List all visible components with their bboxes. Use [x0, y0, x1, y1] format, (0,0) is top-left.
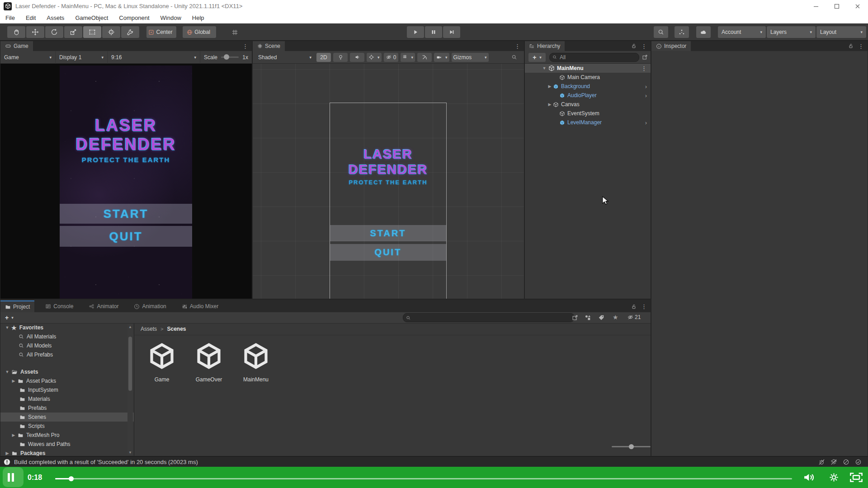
scene-quit-button[interactable]: QUIT [330, 244, 446, 261]
scrollbar-thumb[interactable] [128, 337, 132, 391]
scene-grid-dropdown[interactable]: ▾ [401, 53, 415, 62]
maximize-button[interactable] [826, 0, 847, 12]
scale-slider-thumb[interactable] [224, 54, 229, 60]
expander-closed-icon[interactable]: ▶ [10, 379, 17, 383]
prefab-chevron-icon[interactable]: › [645, 119, 647, 126]
folder-asset-packs[interactable]: ▶ Asset Packs [0, 376, 134, 385]
scene-search-button[interactable] [507, 53, 521, 62]
scene-lighting-button[interactable] [333, 53, 348, 62]
expander-open-icon[interactable]: ▼ [4, 370, 10, 374]
player-pause-button[interactable] [8, 473, 14, 482]
minimize-button[interactable] [806, 0, 826, 12]
scene-audio-button[interactable] [350, 53, 364, 62]
hierarchy-row-audioplayer[interactable]: AudioPlayer › [525, 91, 651, 100]
hierarchy-row-main-camera[interactable]: Main Camera [525, 73, 651, 82]
hierarchy-row-levelmanager[interactable]: LevelManager › [525, 118, 651, 127]
prefab-chevron-icon[interactable]: › [645, 92, 647, 99]
menu-gameobject[interactable]: GameObject [70, 12, 113, 23]
prefab-chevron-icon[interactable]: › [645, 83, 647, 90]
hierarchy-row-mainmenu[interactable]: ▼ MainMenu ⋮ [525, 64, 651, 73]
status-message[interactable]: Build completed with a result of 'Succee… [14, 459, 198, 465]
rotate-tool-button[interactable] [45, 26, 63, 38]
scale-tool-button[interactable] [64, 26, 82, 38]
player-progress-handle[interactable] [69, 476, 74, 481]
asset-scene-gameover[interactable]: GameOver [185, 341, 232, 383]
scroll-up-icon[interactable]: ▲ [127, 324, 133, 329]
move-tool-button[interactable] [26, 26, 44, 38]
assets-root[interactable]: ▼ Assets [0, 367, 134, 376]
row-kebab-icon[interactable]: ⋮ [641, 66, 647, 71]
custom-tool-button[interactable] [121, 26, 139, 38]
tab-animator[interactable]: Animator [84, 300, 123, 312]
volume-icon[interactable] [803, 473, 815, 482]
expander-open-icon[interactable]: ▼ [541, 66, 547, 70]
gizmos-dropdown[interactable]: Gizmos ▾ [452, 53, 489, 62]
scene-view[interactable]: LASER DEFENDER PROTECT THE EARTH START Q… [253, 64, 524, 299]
expander-closed-icon[interactable]: ▶ [10, 433, 17, 437]
scene-camera-dropdown[interactable]: ▾ [434, 53, 449, 62]
tab-animation[interactable]: Animation [129, 300, 170, 312]
shading-dropdown[interactable]: Shaded ▾ [255, 51, 315, 64]
pause-button[interactable] [425, 26, 442, 38]
close-button[interactable] [847, 0, 868, 12]
scene-subtitle[interactable]: PROTECT THE EARTH [330, 179, 446, 186]
start-button[interactable]: START [60, 204, 192, 224]
favorite-all-models[interactable]: All Models [0, 341, 134, 350]
scene-start-button[interactable]: START [330, 225, 446, 241]
zoom-slider-thumb[interactable] [629, 444, 634, 449]
tab-scene[interactable]: Scene [253, 41, 285, 51]
filter-by-label-icon[interactable] [598, 314, 604, 321]
sidebar-scrollbar[interactable]: ▲ ▼ [127, 324, 133, 455]
search-button[interactable] [654, 26, 668, 38]
favorite-all-materials[interactable]: All Materials [0, 332, 134, 341]
project-add-button[interactable]: + ▾ [0, 314, 18, 321]
tab-project[interactable]: Project [0, 300, 34, 312]
play-button[interactable] [407, 26, 424, 38]
lock-icon[interactable] [631, 304, 637, 310]
scene-title-line2[interactable]: DEFENDER [330, 162, 446, 177]
pivot-center-button[interactable]: Center [146, 26, 176, 38]
project-menu-kebab-icon[interactable]: ⋮ [641, 304, 647, 310]
asset-scene-mainmenu[interactable]: MainMenu [232, 341, 279, 383]
transform-tool-button[interactable] [102, 26, 120, 38]
hidden-objects-button[interactable]: 0 [384, 53, 398, 62]
project-search-input[interactable] [412, 314, 571, 321]
menu-edit[interactable]: Edit [20, 12, 41, 23]
scene-title-line1[interactable]: LASER [330, 146, 446, 162]
folder-inputsystem[interactable]: InputSystem [0, 385, 134, 394]
layers-dropdown[interactable]: Layers ▾ [767, 26, 816, 38]
step-button[interactable] [443, 26, 460, 38]
folder-textmesh-pro[interactable]: ▶ TextMesh Pro [0, 431, 134, 440]
game-menu-kebab-icon[interactable]: ⋮ [242, 43, 248, 49]
folder-scenes[interactable]: Scenes [0, 413, 134, 422]
scene-menu-kebab-icon[interactable]: ⋮ [514, 43, 520, 49]
cloud-collab-button[interactable] [696, 26, 711, 38]
progress-activity-button[interactable] [675, 26, 689, 38]
game-mode-dropdown[interactable]: Game ▾ [0, 51, 56, 64]
menu-assets[interactable]: Assets [41, 12, 70, 23]
packages-root[interactable]: ▶ Packages [0, 449, 134, 456]
hierarchy-search-input[interactable] [559, 54, 636, 61]
account-dropdown[interactable]: Account ▾ [718, 26, 766, 38]
expander-closed-icon[interactable]: ▶ [547, 84, 553, 89]
tab-hierarchy[interactable]: Hierarchy [525, 41, 565, 51]
inspector-menu-kebab-icon[interactable]: ⋮ [858, 43, 864, 49]
hierarchy-searchbox[interactable] [549, 53, 639, 62]
scene-tools-button[interactable] [417, 53, 432, 62]
open-in-window-icon[interactable] [642, 54, 648, 60]
thumbnail-zoom-slider[interactable] [612, 446, 651, 447]
aspect-dropdown[interactable]: 9:16 ▾ [108, 51, 200, 64]
scale-slider[interactable] [221, 56, 239, 58]
asset-scene-game[interactable]: Game [138, 341, 185, 383]
settings-gear-icon[interactable] [829, 473, 839, 482]
scene-effects-dropdown[interactable]: ▾ [367, 53, 382, 62]
hierarchy-row-background[interactable]: ▶ Background › [525, 82, 651, 91]
lock-icon[interactable] [848, 43, 854, 49]
pivot-global-button[interactable]: Global [183, 26, 216, 38]
folder-scripts[interactable]: Scripts [0, 422, 134, 431]
fullscreen-icon[interactable] [850, 473, 863, 482]
display-dropdown[interactable]: Display 1 ▾ [56, 51, 108, 64]
open-in-window-icon[interactable] [572, 314, 578, 321]
hierarchy-menu-kebab-icon[interactable]: ⋮ [641, 43, 647, 49]
menu-file[interactable]: File [0, 12, 20, 23]
